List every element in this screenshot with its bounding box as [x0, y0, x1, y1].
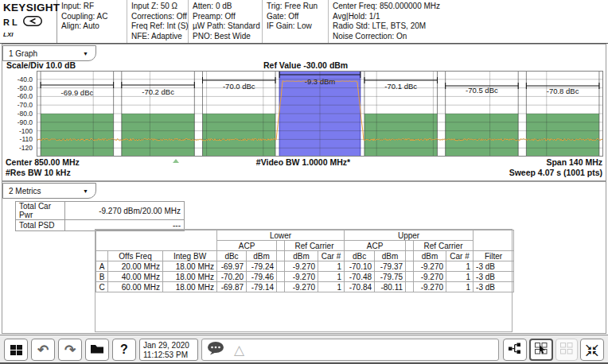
center-freq-annotation[interactable]: Center 850.00 MHz: [6, 157, 80, 167]
video-bw-annotation[interactable]: #Video BW 1.0000 MHz*: [208, 157, 399, 167]
lxi-label: LXI: [3, 31, 54, 38]
sweep-annotation[interactable]: Sweep 4.07 s (1001 pts): [509, 168, 602, 177]
acp-cell-u_car: 1: [446, 282, 474, 292]
graph-view-dropdown[interactable]: 1 Graph ▼: [2, 45, 96, 61]
collapse-arrows-icon: ↘↙ ↗↖: [585, 343, 599, 357]
lower-ref-carrier-header: Ref Carrier: [285, 241, 345, 251]
acp-row-B: B40.00 MHz18.00 MHz-70.20-79.46-9.2701-7…: [96, 272, 514, 282]
y-axis-tick-label: -60.0: [6, 92, 33, 100]
upper-dbc-header: dBc: [345, 251, 375, 261]
bottom-toolbar: ↶ ↷ ? Jan 29, 2020 11:12:53 PM △ ↘↙ ↗: [0, 335, 608, 364]
acp-cell-l_dbm: -79.24: [247, 261, 277, 272]
lower-car-header: Car #: [318, 251, 345, 261]
acp-cell-l_car: 1: [318, 282, 345, 292]
acp-cell-l_dbc: -70.20: [217, 272, 247, 282]
redo-button[interactable]: ↷: [58, 339, 82, 361]
acp-cell-l_dbm: -79.14: [247, 282, 277, 292]
file-explorer-button[interactable]: [85, 339, 109, 361]
screen-select-button[interactable]: [529, 339, 553, 361]
remote-return-icon: [23, 16, 42, 28]
acp-cell-u_car: 1: [446, 272, 474, 282]
y-axis-tick-label: -110: [6, 135, 33, 143]
lower-dbc-header: dBc: [217, 251, 247, 261]
grid-icon: [559, 342, 574, 358]
acp-table-box: Lower Upper ACP Ref Carrier ACP Ref Carr…: [95, 229, 513, 332]
windows-menu-button[interactable]: [4, 339, 28, 361]
remote-local-label: R L: [3, 17, 18, 27]
date-text: Jan 29, 2020: [143, 341, 197, 350]
acp-cell-u_car: 1: [446, 261, 474, 272]
res-bw-annotation[interactable]: #Res BW 10 kHz: [6, 168, 71, 177]
acp-cell-l_car: 1: [318, 272, 345, 282]
status-col-input: Input: RF Coupling: AC Align: Auto: [57, 0, 127, 43]
status-col-trigger: Trig: Free Run Gate: Off IF Gain: Low: [263, 0, 329, 43]
help-button[interactable]: ?: [112, 339, 136, 361]
lower-group-header: Lower: [217, 230, 345, 241]
acp-cell-filter: -3 dB: [474, 261, 514, 272]
totals-table: Total Car Pwr -9.270 dBm/20.00 MHz Total…: [15, 201, 185, 231]
message-status-strip[interactable]: △: [201, 339, 499, 361]
acp-group-header-row: Lower Upper: [96, 230, 514, 241]
upper-car-header: Car #: [446, 251, 474, 261]
help-icon: ?: [120, 343, 128, 356]
acp-cell-u_dbm: -79.75: [375, 272, 406, 282]
acp-cell-integ: 18.00 MHz: [163, 282, 217, 292]
acp-cell-u_dbc: -70.48: [345, 272, 375, 282]
undo-button[interactable]: ↶: [31, 339, 55, 361]
svg-text:-70.5 dBc: -70.5 dBc: [466, 86, 498, 95]
svg-text:-70.1 dBc: -70.1 dBc: [384, 82, 417, 91]
metrics-window: 2 Metrics ▼ Total Car Pwr -9.270 dBm/20.…: [2, 181, 606, 334]
y-axis-tick-label: -80.0: [6, 110, 33, 118]
metrics-view-dropdown[interactable]: 2 Metrics ▼: [2, 183, 96, 199]
acp-cell-l_ref: -9.270: [285, 272, 318, 282]
scale-div-annotation[interactable]: Scale/Div 10.0 dB: [6, 60, 76, 70]
metrics-view-dropdown-label: 2 Metrics: [9, 187, 41, 196]
acp-cell-id: A: [96, 261, 108, 272]
y-axis-tick-label: -120: [6, 144, 33, 152]
acp-cell-l_ref: -9.270: [285, 261, 318, 272]
status-col-atten: Atten: 0 dB Preamp: Off µW Path: Standar…: [189, 0, 263, 43]
acp-cell-id: C: [96, 282, 108, 292]
redo-icon: ↷: [64, 343, 76, 357]
filter-header: Filter: [474, 251, 514, 261]
fullscreen-toggle-button[interactable]: ↘↙ ↗↖: [580, 339, 604, 361]
upper-dbm-header: dBm: [375, 251, 406, 261]
warning-triangle-icon: △: [234, 343, 244, 357]
lower-dbm-header: dBm: [247, 251, 277, 261]
y-axis-tick-label: -70.0: [6, 101, 33, 109]
acp-cell-u_dbc: -70.84: [345, 282, 375, 292]
acp-cell-l_car: 1: [318, 261, 345, 272]
acp-row-A: A20.00 MHz18.00 MHz-69.97-79.24-9.2701-7…: [96, 261, 514, 272]
grid-cursor-icon: [534, 342, 548, 358]
integ-bw-header: Integ BW: [163, 251, 217, 261]
svg-text:-69.9 dBc: -69.9 dBc: [61, 88, 94, 97]
message-bubble-icon: [207, 341, 228, 358]
upper-acp-header: ACP: [345, 241, 406, 251]
y-axis-tick-label: -100: [6, 127, 33, 135]
instrument-status-bar: KEYSIGHT R L LXI Input: RF Coupling: AC …: [0, 0, 608, 44]
offs-freq-header: Offs Freq: [108, 251, 163, 261]
svg-text:-70.0 dBc: -70.0 dBc: [223, 82, 255, 91]
status-col-impedance: Input Z: 50 Ω Corrections: Off Freq Ref:…: [127, 0, 189, 43]
acp-cell-u_dbc: -70.10: [345, 261, 375, 272]
acp-cell-u_ref: -9.270: [414, 261, 446, 272]
status-col-measurement: Center Freq: 850.000000 MHz Avg|Hold: 1/…: [329, 0, 608, 43]
span-annotation[interactable]: Span 140 MHz: [546, 157, 602, 167]
lower-ref-dbm-header: dBm: [285, 251, 318, 261]
total-car-pwr-label: Total Car Pwr: [16, 202, 65, 220]
acp-cell-l_dbm: -79.46: [247, 272, 277, 282]
acp-cell-u_dbm: -79.37: [375, 261, 406, 272]
acp-cell-integ: 18.00 MHz: [163, 261, 217, 272]
datetime-display[interactable]: Jan 29, 2020 11:12:53 PM: [139, 339, 198, 361]
acp-cell-filter: -3 dB: [474, 282, 514, 292]
spectrum-plot[interactable]: -69.9 dBc-70.2 dBc-70.0 dBc-70.1 dBc-70.…: [37, 71, 603, 157]
ref-value-annotation[interactable]: Ref Value -30.00 dBm: [263, 60, 348, 70]
y-axis-labels: -40.0-50.0-60.0-70.0-80.0-90.0-100-110-1…: [7, 71, 34, 157]
acp-cell-u_ref: -9.270: [414, 282, 446, 292]
acp-column-header-row: Offs Freq Integ BW dBc dBm dBm Car # dBc…: [96, 251, 514, 261]
acp-row-C: C60.00 MHz18.00 MHz-69.87-79.14-9.2701-7…: [96, 282, 514, 292]
chevron-down-icon: ▼: [83, 188, 88, 194]
window-arrange-icon: [508, 342, 522, 358]
keysight-logo: KEYSIGHT R L LXI: [0, 0, 57, 43]
window-arrange-button[interactable]: [503, 339, 527, 361]
